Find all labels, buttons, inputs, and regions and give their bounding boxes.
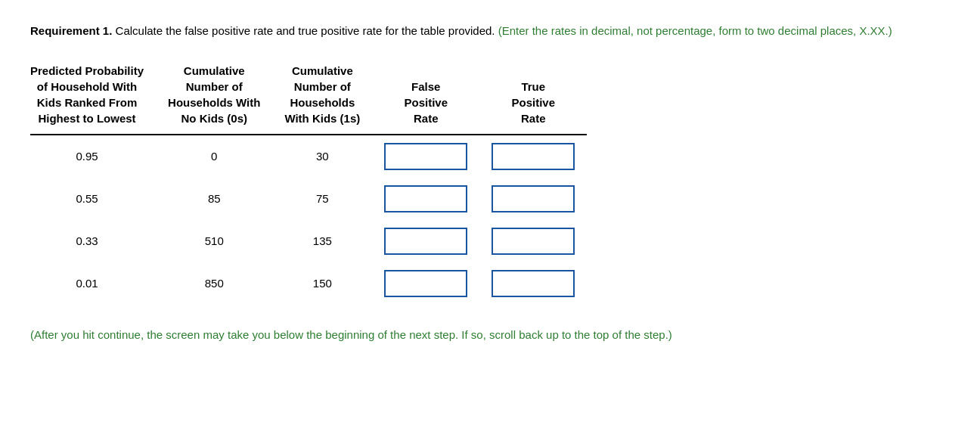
table-row: 0.33510135 — [30, 220, 587, 262]
fpr-input[interactable] — [384, 143, 467, 170]
data-table: Predicted Probabilityof Household WithKi… — [30, 58, 587, 305]
footer-note: (After you hit continue, the screen may … — [30, 326, 862, 344]
tpr-input[interactable] — [492, 185, 575, 212]
table-row: 0.95030 — [30, 135, 587, 178]
requirement-text: Requirement 1. Calculate the false posit… — [30, 23, 950, 40]
fpr-input[interactable] — [384, 185, 467, 212]
requirement-label: Requirement 1. — [30, 24, 112, 37]
cell-fpr[interactable] — [372, 220, 479, 262]
cell-cum-no-kids: 510 — [156, 220, 272, 262]
cell-cum-kids: 150 — [272, 262, 372, 305]
col-header-cum-no-kids: CumulativeNumber ofHouseholds WithNo Kid… — [156, 58, 272, 135]
cell-cum-no-kids: 0 — [156, 135, 272, 178]
cell-tpr[interactable] — [479, 135, 587, 178]
cell-predicted: 0.33 — [30, 220, 156, 262]
cell-predicted: 0.01 — [30, 262, 156, 305]
tpr-input[interactable] — [492, 228, 575, 255]
cell-cum-kids: 75 — [272, 178, 372, 220]
cell-fpr[interactable] — [372, 262, 479, 305]
col-header-predicted: Predicted Probabilityof Household WithKi… — [30, 58, 156, 135]
cell-tpr[interactable] — [479, 178, 587, 220]
cell-tpr[interactable] — [479, 262, 587, 305]
cell-predicted: 0.95 — [30, 135, 156, 178]
cell-fpr[interactable] — [372, 178, 479, 220]
col-header-cum-kids: CumulativeNumber ofHouseholdsWith Kids (… — [272, 58, 372, 135]
requirement-green: (Enter the rates in decimal, not percent… — [495, 24, 892, 37]
cell-cum-no-kids: 850 — [156, 262, 272, 305]
col-header-tpr: TruePositiveRate — [479, 58, 587, 135]
fpr-input[interactable] — [384, 270, 467, 297]
cell-cum-kids: 135 — [272, 220, 372, 262]
cell-tpr[interactable] — [479, 220, 587, 262]
table-row: 0.01850150 — [30, 262, 587, 305]
cell-cum-no-kids: 85 — [156, 178, 272, 220]
fpr-input[interactable] — [384, 228, 467, 255]
cell-cum-kids: 30 — [272, 135, 372, 178]
table-row: 0.558575 — [30, 178, 587, 220]
requirement-black: Calculate the false positive rate and tr… — [112, 24, 495, 37]
tpr-input[interactable] — [492, 270, 575, 297]
tpr-input[interactable] — [492, 143, 575, 170]
col-header-fpr: FalsePositiveRate — [372, 58, 479, 135]
cell-predicted: 0.55 — [30, 178, 156, 220]
cell-fpr[interactable] — [372, 135, 479, 178]
table-header-row: Predicted Probabilityof Household WithKi… — [30, 58, 587, 135]
